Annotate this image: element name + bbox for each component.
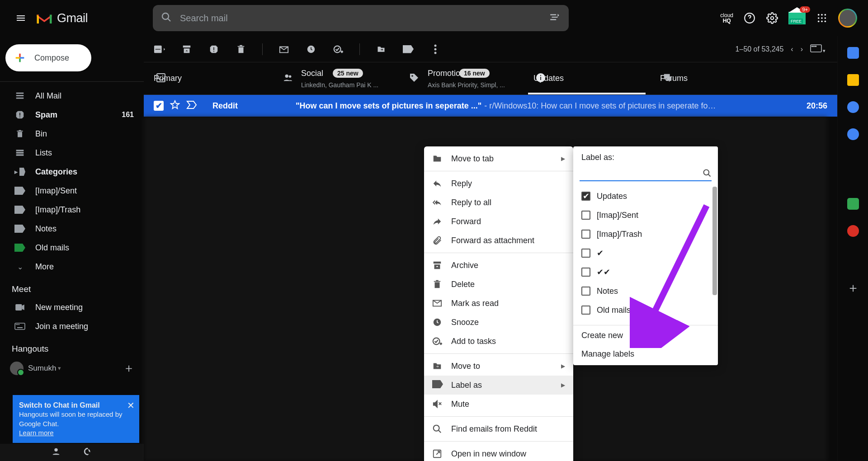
hangouts-chat-icon[interactable] xyxy=(83,447,93,458)
calendar-icon[interactable] xyxy=(847,47,859,59)
settings-icon[interactable] xyxy=(766,12,778,24)
menu-move-to[interactable]: Move to▶ xyxy=(424,357,573,376)
menu-snooze[interactable]: Snooze xyxy=(424,313,573,332)
archive-icon[interactable] xyxy=(181,43,193,55)
meet-join-a-meeting[interactable]: Join a meeting xyxy=(0,317,144,336)
row-checkbox[interactable]: ✔ xyxy=(154,101,164,111)
menu-forward-as-attachment[interactable]: Forward as attachment xyxy=(424,231,573,250)
input-tools-icon[interactable]: ▾ xyxy=(810,44,826,54)
label-option[interactable]: ✔✔ xyxy=(575,263,716,282)
delete-icon xyxy=(432,279,442,289)
label-option[interactable]: [Imap]/Sent xyxy=(575,206,716,225)
menu-mark-as-read[interactable]: Mark as read xyxy=(424,294,573,313)
sidebar-item-lists[interactable]: Lists xyxy=(0,143,144,162)
addon-icon-2[interactable] xyxy=(847,225,859,237)
menu-forward[interactable]: Forward xyxy=(424,212,573,231)
tasks-icon[interactable] xyxy=(847,101,859,113)
tab-primary[interactable]: Primary xyxy=(144,62,270,94)
main-menu-icon[interactable] xyxy=(10,7,32,29)
sidebar-item--imap-trash[interactable]: [Imap]/Trash xyxy=(0,200,144,219)
sidebar-item-more[interactable]: ⌄More xyxy=(0,257,144,276)
addon-icon-1[interactable] xyxy=(847,198,859,210)
menu-reply[interactable]: Reply xyxy=(424,174,573,193)
label-option[interactable]: ✔ xyxy=(575,244,716,263)
sidebar-item-spam[interactable]: Spam161 xyxy=(0,105,144,124)
mark-read-icon[interactable] xyxy=(278,43,290,55)
scrollbar[interactable] xyxy=(712,187,717,295)
sidebar-item-bin[interactable]: Bin xyxy=(0,124,144,143)
contacts-icon[interactable] xyxy=(847,128,859,140)
snooze-icon[interactable] xyxy=(305,43,317,55)
tab-subtitle: Axis Bank Priority, Simpl, ... xyxy=(428,81,505,89)
delete-icon[interactable] xyxy=(235,43,247,55)
sidebar-item-label: Categories xyxy=(35,167,77,177)
manage-labels[interactable]: Manage labels xyxy=(573,345,718,363)
svg-rect-20 xyxy=(17,324,18,325)
label-option[interactable]: ✔Updates xyxy=(575,187,716,206)
account-avatar[interactable] xyxy=(838,9,857,28)
menu-label-as[interactable]: Label as▶ xyxy=(424,376,573,395)
star-icon[interactable] xyxy=(170,100,180,112)
svg-rect-26 xyxy=(213,47,214,50)
svg-point-0 xyxy=(162,13,169,19)
label-option[interactable]: [Imap]/Trash xyxy=(575,225,716,244)
support-icon[interactable] xyxy=(743,12,756,24)
more-icon[interactable] xyxy=(429,43,441,55)
tab-social[interactable]: Social25 newLinkedIn, Gautham Pai K ... xyxy=(270,62,397,94)
label-option[interactable]: Old mails xyxy=(575,301,716,320)
keep-icon[interactable] xyxy=(847,74,859,86)
compose-label: Compose xyxy=(34,53,69,63)
prev-page-icon[interactable]: ‹ xyxy=(791,45,793,53)
labels-icon[interactable] xyxy=(402,43,414,55)
email-row-selected[interactable]: ✔ Reddit "How can I move sets of picture… xyxy=(144,95,837,117)
next-page-icon[interactable]: › xyxy=(801,45,803,53)
label-search[interactable] xyxy=(580,166,712,181)
sidebar-item-categories[interactable]: ▸ Categories xyxy=(0,162,144,181)
search-bar[interactable] xyxy=(153,5,569,31)
submenu-arrow-icon: ▶ xyxy=(561,363,565,369)
menu-delete[interactable]: Delete xyxy=(424,275,573,294)
report-spam-icon[interactable] xyxy=(208,43,220,55)
cloudhq-icon[interactable]: cloudHQ xyxy=(720,13,733,24)
sidebar-item-old-mails[interactable]: Old mails xyxy=(0,238,144,257)
menu-open-in-new-window[interactable]: Open in new window xyxy=(424,444,573,461)
move-to-icon[interactable] xyxy=(375,43,387,55)
sidebar-item-notes[interactable]: Notes xyxy=(0,219,144,238)
info-icon xyxy=(535,72,546,85)
gmail-logo[interactable]: Gmail xyxy=(35,11,88,25)
menu-reply-to-all[interactable]: Reply to all xyxy=(424,193,573,212)
important-icon[interactable] xyxy=(186,100,198,112)
search-input[interactable] xyxy=(180,13,549,24)
hangouts-new-icon[interactable]: ＋ xyxy=(123,360,135,376)
select-checkbox[interactable] xyxy=(154,43,165,55)
menu-add-to-tasks[interactable]: Add to tasks xyxy=(424,332,573,351)
menu-mute[interactable]: Mute xyxy=(424,395,573,414)
free-extension-icon[interactable]: FREE 9+ xyxy=(788,12,806,24)
checkbox-icon xyxy=(581,287,590,296)
hangouts-person-icon[interactable] xyxy=(51,447,61,458)
menu-find-emails-from-reddit[interactable]: Find emails from Reddit xyxy=(424,419,573,438)
compose-button[interactable]: Compose xyxy=(5,44,91,71)
promo-link[interactable]: Learn more xyxy=(19,429,54,437)
sidebar-item--imap-sent[interactable]: [Imap]/Sent xyxy=(0,181,144,200)
tab-updates[interactable]: Updates xyxy=(524,62,650,94)
label-search-input[interactable] xyxy=(580,169,703,177)
menu-move-to-tab[interactable]: Move to tab▶ xyxy=(424,149,573,168)
close-icon[interactable]: ✕ xyxy=(127,400,135,412)
label-option[interactable]: Notes xyxy=(575,282,716,301)
add-task-icon[interactable] xyxy=(332,43,344,55)
sidebar-item-all-mail[interactable]: All Mail xyxy=(0,86,144,105)
get-addons-icon[interactable]: ＋ xyxy=(847,279,859,296)
sidebar-item-label: [Imap]/Sent xyxy=(35,186,77,196)
apps-icon[interactable] xyxy=(816,12,828,24)
search-options-icon[interactable] xyxy=(549,11,561,25)
social-icon xyxy=(282,73,294,85)
svg-point-2 xyxy=(771,17,774,20)
hangouts-user[interactable]: Sumukh▾ ＋ xyxy=(0,358,144,376)
tab-forums[interactable]: Forums xyxy=(650,62,777,94)
create-new-label[interactable]: Create new xyxy=(573,326,718,345)
meet-new-meeting[interactable]: New meeting xyxy=(0,298,144,317)
label-option[interactable]: YAMM - (no subjec… xyxy=(575,320,716,324)
menu-archive[interactable]: Archive xyxy=(424,256,573,275)
tab-promotions[interactable]: Promotions16 newAxis Bank Priority, Simp… xyxy=(397,62,524,94)
